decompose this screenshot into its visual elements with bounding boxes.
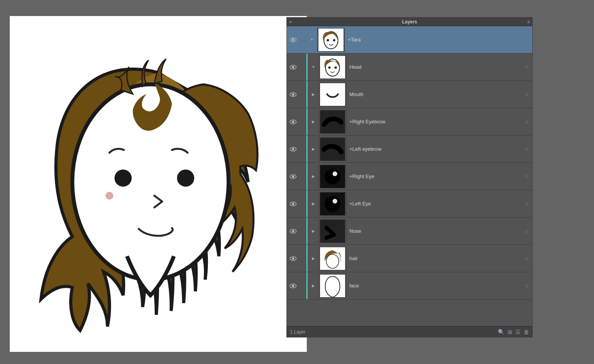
- teal-line-head: [306, 54, 308, 80]
- visibility-eye-left-eyebrow[interactable]: [287, 147, 299, 152]
- layer-name-tara: +Tara: [345, 37, 521, 43]
- layer-name-face: face: [346, 283, 521, 289]
- expand-arrow-right-eye[interactable]: ▶: [308, 174, 319, 178]
- layer-row-left-eye[interactable]: ▶ +Left Eye ○: [287, 190, 532, 218]
- solo-left-eyebrow[interactable]: ○: [521, 146, 532, 153]
- footer-layer-count: 1 Layer: [290, 329, 306, 335]
- layer-row-tara[interactable]: ▼ +Tara ○: [287, 26, 532, 54]
- footer-icons: 🔍 ⊞ ☰ 🗑: [498, 329, 529, 335]
- svg-point-3: [106, 192, 113, 200]
- svg-point-33: [325, 196, 340, 212]
- layer-row-right-eyebrow[interactable]: ▶ +Right Eyebrow ○: [287, 108, 532, 136]
- panel-menu-icon[interactable]: ≡: [527, 19, 530, 25]
- svg-point-23: [292, 148, 294, 150]
- expand-arrow-tara[interactable]: ▼: [306, 37, 317, 42]
- add-layer-icon[interactable]: ⊞: [508, 329, 512, 335]
- solo-left-eye[interactable]: ○: [521, 200, 532, 207]
- visibility-eye-left-eye[interactable]: [287, 202, 299, 206]
- expand-arrow-left-eyebrow[interactable]: ▶: [308, 147, 319, 151]
- layer-row-nose[interactable]: ▶ Nose ○: [287, 218, 532, 245]
- expand-arrow-face[interactable]: ▶: [308, 284, 319, 288]
- character-drawing: [21, 26, 295, 342]
- thumbnail-hair: [319, 247, 346, 270]
- visibility-eye-right-eye[interactable]: [287, 174, 299, 179]
- visibility-eye-tara[interactable]: [287, 37, 299, 42]
- visibility-eye-head[interactable]: [287, 65, 299, 70]
- svg-point-31: [292, 203, 294, 205]
- layers-footer: 1 Layer 🔍 ⊞ ☰ 🗑: [287, 326, 532, 337]
- svg-point-28: [325, 169, 340, 184]
- expand-arrow-right-eyebrow[interactable]: ▶: [308, 120, 319, 124]
- expand-arrow-hair[interactable]: ▶: [308, 256, 319, 261]
- teal-line-right-eye: [306, 163, 308, 190]
- layer-row-head[interactable]: ▼ Head ○: [287, 54, 532, 81]
- thumbnail-left-eyebrow: [319, 137, 346, 161]
- layer-name-left-eye: +Left Eye: [346, 201, 521, 207]
- svg-point-14: [328, 66, 331, 69]
- layer-name-right-eye: +Right Eye: [346, 173, 521, 179]
- visibility-eye-nose[interactable]: [287, 229, 299, 234]
- solo-right-eye[interactable]: ○: [521, 173, 532, 180]
- teal-line-nose: [306, 218, 308, 244]
- teal-line-left-eye: [306, 190, 308, 217]
- layer-row-left-eyebrow[interactable]: ▶ +Left eyebrow ○: [287, 136, 532, 163]
- teal-line-left-eyebrow: [306, 136, 308, 162]
- delete-layer-icon[interactable]: 🗑: [524, 329, 529, 335]
- thumbnail-left-eye: [319, 192, 346, 216]
- svg-point-1: [115, 170, 132, 187]
- thumbnail-right-eye: [319, 165, 346, 188]
- solo-tara[interactable]: ○: [521, 36, 532, 43]
- svg-rect-18: [320, 83, 345, 106]
- layers-panel: × Layers ≡ ▼ +Tara: [286, 17, 533, 337]
- thumbnail-nose: [319, 219, 346, 243]
- search-icon[interactable]: 🔍: [498, 329, 505, 335]
- layers-title-bar: × Layers ≡: [287, 18, 532, 26]
- teal-line-hair: [306, 245, 308, 272]
- solo-face[interactable]: ○: [521, 282, 532, 289]
- layer-name-mouth: Mouth: [346, 91, 521, 97]
- visibility-eye-right-eyebrow[interactable]: [287, 120, 299, 124]
- expand-arrow-head[interactable]: ▼: [308, 65, 319, 69]
- visibility-eye-hair[interactable]: [287, 256, 299, 261]
- expand-arrow-mouth[interactable]: ▶: [308, 92, 319, 96]
- visibility-eye-face[interactable]: [287, 284, 299, 288]
- solo-hair[interactable]: ○: [521, 255, 532, 262]
- thumbnail-head: [319, 55, 346, 79]
- solo-head[interactable]: ○: [521, 64, 532, 71]
- canvas-area: [0, 0, 317, 364]
- expand-arrow-left-eye[interactable]: ▶: [308, 202, 319, 206]
- layer-name-nose: Nose: [346, 228, 521, 234]
- svg-point-8: [327, 39, 329, 41]
- svg-point-5: [292, 39, 294, 41]
- solo-mouth[interactable]: ○: [521, 91, 532, 98]
- teal-line-face: [306, 272, 308, 299]
- svg-point-15: [335, 66, 337, 69]
- teal-line-right-eyebrow: [306, 108, 308, 135]
- thumbnail-tara: [317, 28, 345, 52]
- svg-point-2: [177, 170, 194, 187]
- layer-row-face[interactable]: ▶ face ○: [287, 272, 532, 300]
- layer-name-left-eyebrow: +Left eyebrow: [346, 146, 521, 152]
- layers-list: ▼ +Tara ○ ▼: [287, 26, 532, 300]
- layer-row-hair[interactable]: ▶ hair ○: [287, 245, 532, 272]
- panel-title: Layers: [402, 19, 417, 25]
- expand-arrow-nose[interactable]: ▶: [308, 229, 319, 233]
- svg-point-34: [333, 199, 337, 203]
- thumbnail-mouth: [319, 83, 346, 106]
- solo-nose[interactable]: ○: [521, 228, 532, 235]
- solo-right-eyebrow[interactable]: ○: [521, 118, 532, 125]
- canvas-white: [10, 16, 307, 352]
- layer-options-icon[interactable]: ☰: [515, 329, 521, 335]
- layer-name-hair: hair: [346, 255, 521, 261]
- svg-point-9: [333, 39, 335, 41]
- thumbnail-face: [319, 274, 346, 298]
- svg-point-41: [326, 254, 339, 268]
- visibility-eye-mouth[interactable]: [287, 92, 299, 97]
- layer-row-right-eye[interactable]: ▶ +Right Eye ○: [287, 163, 532, 190]
- svg-point-43: [292, 285, 294, 287]
- svg-point-11: [292, 66, 294, 68]
- layer-row-mouth[interactable]: ▶ Mouth ○: [287, 81, 532, 108]
- teal-line-mouth: [306, 81, 308, 108]
- svg-point-39: [292, 257, 294, 260]
- close-button[interactable]: ×: [289, 20, 292, 24]
